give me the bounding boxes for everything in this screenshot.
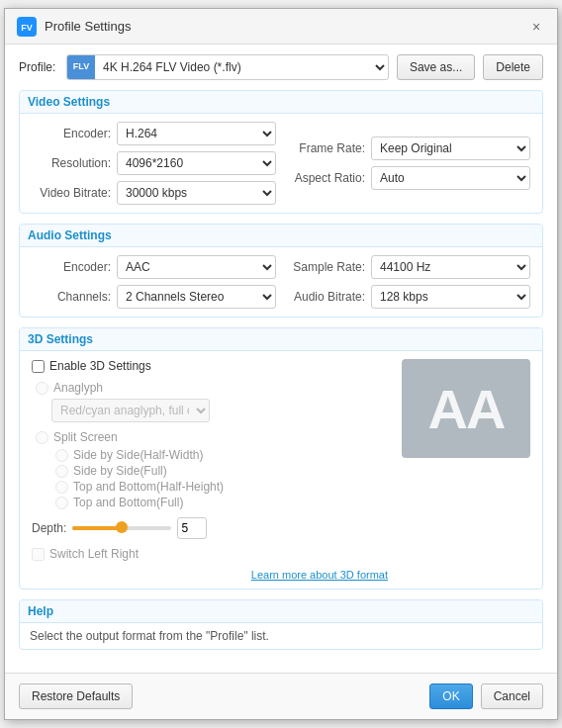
learn-more-link[interactable]: Learn more about 3D format [32,569,392,581]
video-form-grid: Encoder: H.264 Resolution: 4096*2160 [32,122,530,205]
samplerate-label: Sample Rate: [286,260,365,274]
video-right: Frame Rate: Keep Original Aspect Ratio: … [286,136,530,190]
profile-row: Profile: FLV 4K H.264 FLV Video (*.flv) … [19,54,543,80]
framerate-label: Frame Rate: [286,141,365,155]
aspect-row: Aspect Ratio: Auto [286,166,530,190]
depth-row: Depth: [32,517,392,539]
enable-3d-row: Enable 3D Settings [32,359,392,373]
footer: Restore Defaults OK Cancel [5,673,557,719]
threed-settings-section: 3D Settings Enable 3D Settings Anaglyph [19,327,543,590]
profile-icon: FLV [67,55,95,79]
preview-text: AA [428,377,505,441]
bitrate-label: Video Bitrate: [32,186,111,200]
encoder-select[interactable]: H.264 [117,122,276,145]
top-full-row: Top and Bottom(Full) [51,496,392,509]
side-full-row: Side by Side(Full) [51,464,392,478]
audiobitrate-label: Audio Bitrate: [286,290,365,304]
side-half-label: Side by Side(Half-Width) [73,448,203,462]
audio-form-grid: Encoder: AAC Channels: 2 Channels Stereo [32,255,530,309]
audio-right: Sample Rate: 44100 Hz Audio Bitrate: 128… [286,255,530,309]
cancel-button[interactable]: Cancel [481,683,543,709]
threed-left: Enable 3D Settings Anaglyph Red/cyan ana… [32,359,392,581]
dialog-title: Profile Settings [45,19,131,34]
audio-left: Encoder: AAC Channels: 2 Channels Stereo [32,255,276,309]
help-section: Help Select the output format from the "… [19,599,543,650]
depth-input[interactable] [177,517,207,539]
help-header: Help [20,600,542,623]
splitscreen-label: Split Screen [53,430,118,444]
threed-settings-body: Enable 3D Settings Anaglyph Red/cyan ana… [20,351,542,589]
profile-select-wrapper[interactable]: FLV 4K H.264 FLV Video (*.flv) [66,54,389,80]
dialog-content: Profile: FLV 4K H.264 FLV Video (*.flv) … [5,45,557,673]
audiobitrate-select[interactable]: 128 kbps [371,285,530,309]
audio-settings-section: Audio Settings Encoder: AAC Channels: [19,224,543,318]
switch-row: Switch Left Right [32,547,392,561]
depth-fill [72,526,122,530]
splitscreen-radio [36,431,48,444]
footer-right: OK Cancel [429,683,543,709]
save-as-button[interactable]: Save as... [397,54,475,80]
profile-select[interactable]: 4K H.264 FLV Video (*.flv) [95,59,388,75]
top-half-label: Top and Bottom(Half-Height) [73,480,224,494]
side-half-radio [55,449,68,462]
title-bar-left: FV Profile Settings [17,17,131,37]
switch-lr-checkbox [32,548,45,561]
threed-preview: AA [402,359,530,458]
resolution-row: Resolution: 4096*2160 [32,151,276,175]
dialog-window: FV Profile Settings × Profile: FLV 4K H.… [4,8,558,720]
top-half-radio [55,481,68,494]
app-icon: FV [17,17,37,37]
audio-settings-header: Audio Settings [20,225,542,247]
bitrate-select[interactable]: 30000 kbps [117,181,276,205]
aspect-select[interactable]: Auto [371,166,530,190]
samplerate-row: Sample Rate: 44100 Hz [286,255,530,279]
video-left: Encoder: H.264 Resolution: 4096*2160 [32,122,276,205]
audio-encoder-select[interactable]: AAC [117,255,276,279]
encoder-label: Encoder: [32,127,111,140]
audio-encoder-row: Encoder: AAC [32,255,276,279]
video-settings-body: Encoder: H.264 Resolution: 4096*2160 [20,114,542,213]
resolution-select[interactable]: 4096*2160 [117,151,276,175]
encoder-row: Encoder: H.264 [32,122,276,145]
samplerate-select[interactable]: 44100 Hz [371,255,530,279]
audiobitrate-row: Audio Bitrate: 128 kbps [286,285,530,309]
framerate-select[interactable]: Keep Original [371,136,530,160]
threed-settings-header: 3D Settings [20,328,542,351]
side-half-row: Side by Side(Half-Width) [51,448,392,462]
svg-text:FV: FV [21,23,33,33]
anaglyph-select: Red/cyan anaglyph, full color [51,399,210,422]
anaglyph-label: Anaglyph [53,381,103,395]
framerate-row: Frame Rate: Keep Original [286,136,530,160]
resolution-label: Resolution: [32,156,111,170]
top-full-label: Top and Bottom(Full) [73,496,183,509]
video-settings-header: Video Settings [20,91,542,114]
title-bar: FV Profile Settings × [5,9,557,45]
top-full-radio [55,497,68,509]
video-settings-section: Video Settings Encoder: H.264 Resolution… [19,90,543,214]
switch-lr-label: Switch Left Right [49,547,139,561]
channels-row: Channels: 2 Channels Stereo [32,285,276,309]
depth-label: Depth: [32,521,66,535]
anaglyph-select-wrapper: Red/cyan anaglyph, full color [32,399,392,422]
help-text: Select the output format from the "Profi… [30,629,269,643]
depth-thumb[interactable] [116,521,128,533]
anaglyph-row: Anaglyph [32,381,392,395]
restore-defaults-button[interactable]: Restore Defaults [19,683,133,709]
enable-3d-label[interactable]: Enable 3D Settings [49,359,151,373]
top-half-row: Top and Bottom(Half-Height) [51,480,392,494]
channels-label: Channels: [32,290,111,304]
close-button[interactable]: × [527,18,545,36]
bitrate-row: Video Bitrate: 30000 kbps [32,181,276,205]
enable-3d-checkbox[interactable] [32,360,45,373]
aspect-label: Aspect Ratio: [286,171,365,185]
help-body: Select the output format from the "Profi… [20,623,542,649]
side-full-radio [55,465,68,478]
delete-button[interactable]: Delete [483,54,543,80]
anaglyph-radio [36,382,48,395]
audio-settings-body: Encoder: AAC Channels: 2 Channels Stereo [20,247,542,317]
profile-label: Profile: [19,60,58,74]
ok-button[interactable]: OK [429,683,472,709]
splitscreen-options: Side by Side(Half-Width) Side by Side(Fu… [32,448,392,509]
channels-select[interactable]: 2 Channels Stereo [117,285,276,309]
depth-slider-wrapper[interactable] [72,525,171,531]
